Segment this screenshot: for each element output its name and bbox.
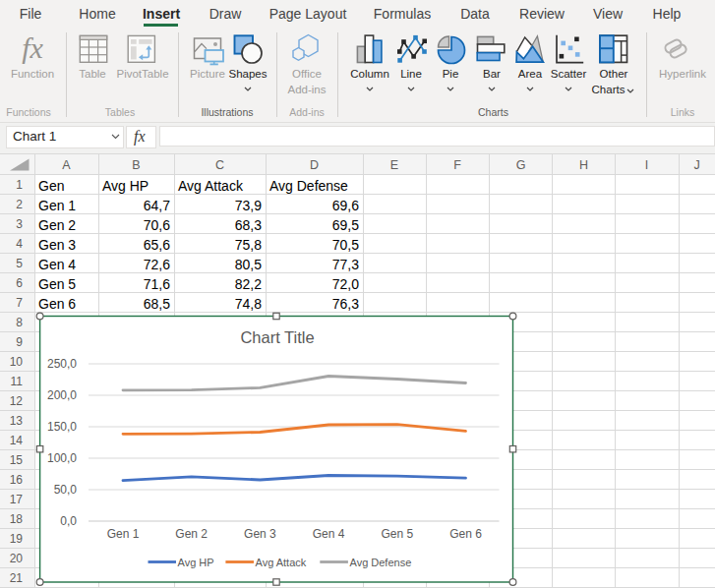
svg-text:H: H: [579, 158, 588, 172]
svg-text:F: F: [453, 158, 461, 172]
svg-text:Gen 6: Gen 6: [449, 527, 482, 541]
svg-text:Gen 1: Gen 1: [38, 198, 76, 213]
svg-text:6: 6: [16, 276, 23, 290]
svg-text:2: 2: [16, 198, 23, 211]
svg-text:Avg Attack: Avg Attack: [256, 557, 307, 568]
svg-text:72,0: 72,0: [332, 276, 359, 292]
svg-text:Chart Title: Chart Title: [240, 328, 314, 346]
svg-text:7: 7: [16, 296, 23, 310]
svg-text:75,8: 75,8: [235, 237, 262, 253]
svg-text:71,6: 71,6: [144, 276, 170, 292]
svg-text:12: 12: [10, 394, 24, 408]
svg-text:4: 4: [16, 237, 23, 251]
svg-text:1: 1: [16, 178, 23, 192]
svg-text:100,0: 100,0: [47, 451, 77, 465]
svg-text:0,0: 0,0: [60, 514, 77, 528]
svg-text:Gen 3: Gen 3: [38, 237, 76, 253]
svg-text:Gen 6: Gen 6: [38, 296, 76, 312]
svg-text:Gen 5: Gen 5: [38, 276, 76, 292]
svg-text:A: A: [62, 158, 71, 172]
svg-text:G: G: [516, 158, 526, 172]
svg-text:70,6: 70,6: [144, 217, 170, 233]
svg-text:Avg HP: Avg HP: [102, 178, 149, 194]
svg-text:Avg HP: Avg HP: [178, 557, 214, 568]
svg-text:74,8: 74,8: [235, 296, 262, 312]
svg-text:D: D: [310, 158, 319, 172]
svg-text:Gen 4: Gen 4: [313, 527, 345, 541]
svg-text:70,5: 70,5: [332, 237, 359, 253]
svg-text:80,5: 80,5: [235, 257, 262, 272]
svg-text:Gen 2: Gen 2: [175, 527, 208, 541]
svg-text:76,3: 76,3: [332, 296, 359, 312]
svg-text:64,7: 64,7: [144, 198, 170, 213]
svg-text:Gen: Gen: [38, 178, 64, 194]
svg-text:5: 5: [16, 257, 23, 270]
svg-text:65,6: 65,6: [144, 237, 170, 253]
svg-text:250,0: 250,0: [47, 357, 77, 371]
svg-text:9: 9: [16, 335, 23, 349]
svg-text:68,5: 68,5: [144, 296, 170, 312]
svg-text:Gen 2: Gen 2: [38, 217, 76, 233]
svg-text:B: B: [132, 158, 140, 172]
svg-text:200,0: 200,0: [47, 388, 77, 402]
svg-text:Avg Attack: Avg Attack: [178, 178, 244, 194]
svg-text:E: E: [390, 158, 398, 172]
svg-text:Gen 1: Gen 1: [107, 527, 140, 541]
svg-text:82,2: 82,2: [235, 276, 262, 292]
svg-text:50,0: 50,0: [54, 483, 78, 497]
svg-text:Avg Defense: Avg Defense: [350, 557, 412, 568]
svg-text:20: 20: [10, 552, 24, 565]
svg-text:77,3: 77,3: [332, 257, 359, 272]
svg-text:Avg Defense: Avg Defense: [269, 178, 348, 194]
svg-text:11: 11: [11, 375, 24, 388]
svg-text:fx: fx: [22, 31, 43, 64]
svg-text:Gen 3: Gen 3: [244, 527, 276, 541]
svg-text:18: 18: [10, 512, 24, 526]
svg-text:150,0: 150,0: [47, 420, 77, 434]
svg-text:Gen 4: Gen 4: [38, 257, 76, 272]
svg-text:13: 13: [10, 414, 24, 428]
svg-text:69,6: 69,6: [332, 198, 359, 213]
svg-text:16: 16: [10, 473, 24, 487]
svg-text:68,3: 68,3: [235, 217, 262, 233]
svg-text:21: 21: [10, 571, 24, 585]
svg-text:15: 15: [10, 453, 24, 467]
svg-text:Gen 5: Gen 5: [381, 527, 413, 541]
svg-text:C: C: [215, 158, 224, 172]
svg-text:8: 8: [16, 316, 23, 329]
svg-text:69,5: 69,5: [332, 217, 359, 233]
svg-text:19: 19: [10, 532, 24, 546]
svg-text:73,9: 73,9: [235, 198, 262, 213]
svg-text:I: I: [645, 158, 648, 172]
svg-text:17: 17: [10, 493, 24, 506]
svg-text:3: 3: [16, 217, 23, 231]
svg-text:72,6: 72,6: [144, 257, 170, 272]
svg-text:10: 10: [10, 355, 24, 369]
svg-text:14: 14: [10, 434, 24, 447]
svg-text:J: J: [693, 158, 699, 172]
